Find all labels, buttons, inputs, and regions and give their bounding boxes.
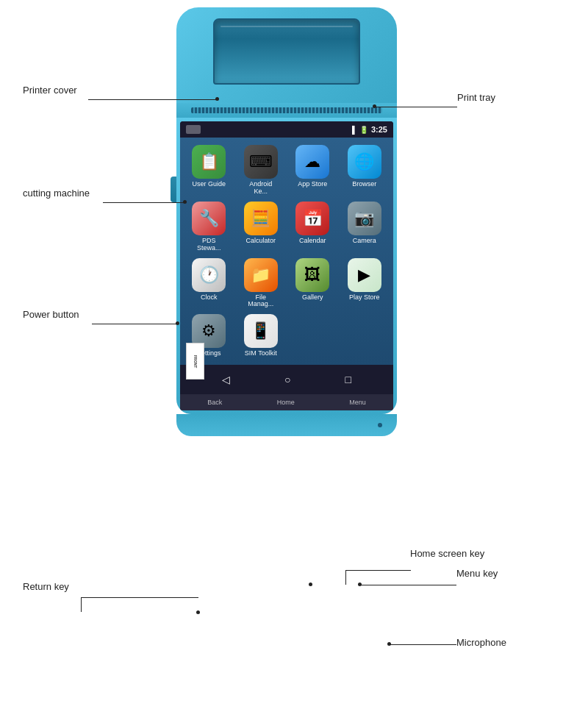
annotation-print-tray: Print tray	[457, 92, 495, 103]
status-bar: ▌ 🔋 3:25	[180, 121, 393, 138]
annotation-power-button: Power button	[23, 309, 79, 320]
annotation-printer-cover: Printer cover	[23, 85, 77, 96]
annotation-menu-key: Menu key	[456, 568, 498, 579]
app-icon-img-file-manager: 📁	[244, 258, 278, 292]
app-icon-label-sim-toolkit: SIM Toolkit	[245, 350, 277, 357]
app-icon-gallery[interactable]: 🖼Gallery	[290, 258, 336, 309]
cutting-machine	[176, 103, 397, 118]
annotation-cutting-machine-dot	[183, 200, 187, 204]
app-icon-file-manager[interactable]: 📁File Manag...	[238, 258, 284, 309]
app-icon-img-pds-steward: 🔧	[192, 202, 226, 235]
device-body: ▌ 🔋 3:25 📋User Guide⌨Android Ke...☁App S…	[176, 118, 397, 414]
app-icon-img-calculator: 🧮	[244, 202, 278, 235]
app-icon-user-guide[interactable]: 📋User Guide	[186, 145, 232, 196]
status-icons-group: ▌ 🔋	[352, 126, 368, 134]
app-icon-label-app-store: App Store	[298, 181, 327, 188]
app-icon-img-user-guide: 📋	[192, 145, 226, 179]
app-icon-browser[interactable]: 🌐Browser	[342, 145, 388, 196]
app-icon-label-clock: Clock	[201, 294, 218, 302]
app-icon-label-gallery: Gallery	[302, 294, 323, 302]
app-icon-pds-steward[interactable]: 🔧PDS Stewa...	[186, 202, 232, 252]
device-bottom	[176, 414, 397, 436]
app-icon-img-sim-toolkit: 📱	[244, 314, 278, 348]
app-icon-app-store[interactable]: ☁App Store	[290, 145, 336, 196]
microphone-dot	[378, 423, 382, 427]
app-icon-play-store[interactable]: ▶Play Store	[342, 258, 388, 309]
app-icon-label-user-guide: User Guide	[192, 181, 226, 188]
annotation-return-key-line-h	[81, 597, 198, 598]
app-icon-label-browser: Browser	[352, 181, 376, 188]
app-icon-android-keyboard[interactable]: ⌨Android Ke...	[238, 145, 284, 196]
annotation-power-button-line-h	[92, 324, 176, 324]
app-icon-sim-toolkit[interactable]: 📱SIM Toolkit	[238, 314, 284, 357]
app-icon-img-gallery: 🖼	[295, 258, 329, 292]
printer-cover	[213, 18, 360, 85]
annotation-home-screen-key: Home screen key	[410, 548, 484, 559]
annotation-home-screen-key-dot	[309, 583, 312, 586]
app-icon-camera[interactable]: 📷Camera	[342, 202, 388, 252]
back-nav-icon[interactable]: ◁	[222, 374, 230, 385]
annotation-print-tray-dot	[373, 104, 376, 108]
app-icon-label-calendar: Calendar	[299, 238, 326, 245]
app-icon-img-camera: 📷	[348, 202, 381, 235]
app-icon-img-calendar: 📅	[295, 202, 329, 235]
annotation-cutting-machine: cutting machine	[23, 188, 90, 199]
app-icon-label-calculator: Calculator	[245, 238, 276, 245]
app-icon-calculator[interactable]: 🧮Calculator	[238, 202, 284, 252]
power-button[interactable]	[171, 177, 176, 202]
screen: ▌ 🔋 3:25 📋User Guide⌨Android Ke...☁App S…	[180, 121, 393, 410]
annotation-menu-key-dot	[358, 583, 362, 586]
annotation-microphone: Microphone	[456, 637, 506, 648]
app-icon-label-play-store: Play Store	[349, 294, 380, 302]
cutting-strip	[191, 107, 382, 113]
app-icon-calendar[interactable]: 📅Calendar	[290, 202, 336, 252]
app-icon-img-app-store: ☁	[295, 145, 329, 179]
status-right-group: ▌ 🔋 3:25	[352, 125, 387, 134]
home-nav-icon[interactable]: ○	[284, 374, 290, 385]
annotation-cutting-machine-line-h	[103, 202, 184, 203]
navigation-bar: ◁ ○ □	[180, 365, 393, 394]
app-icon-img-play-store: ▶	[348, 258, 381, 292]
annotation-menu-key-line-h	[360, 585, 456, 585]
status-left-icon	[186, 125, 201, 134]
annotation-return-key: Return key	[23, 581, 69, 592]
app-icon-clock[interactable]: 🕐Clock	[186, 258, 232, 309]
app-icon-label-file-manager: File Manag...	[243, 294, 279, 309]
app-grid: 📋User Guide⌨Android Ke...☁App Store🌐Brow…	[180, 138, 393, 365]
home-label: Home	[277, 399, 295, 406]
app-icon-img-clock: 🕐	[192, 258, 226, 292]
printer-top	[176, 7, 397, 103]
annotation-microphone-line-h	[390, 644, 456, 645]
front-sticker: FRONT	[186, 343, 204, 380]
annotation-return-key-line-v	[81, 597, 82, 612]
app-icon-img-browser: 🌐	[348, 145, 381, 179]
annotation-printer-cover-line-h	[88, 99, 217, 100]
back-label: Back	[207, 399, 222, 406]
app-icon-label-camera: Camera	[353, 238, 376, 245]
menu-nav-icon[interactable]: □	[345, 374, 351, 385]
annotation-power-button-dot	[176, 321, 179, 325]
annotation-printer-cover-dot	[215, 97, 219, 101]
menu-label: Menu	[349, 399, 366, 406]
app-icon-label-pds-steward: PDS Stewa...	[190, 238, 227, 252]
app-icon-img-android-keyboard: ⌨	[244, 145, 278, 179]
battery-icon: 🔋	[359, 126, 368, 134]
annotation-microphone-dot	[387, 642, 391, 646]
annotation-home-screen-key-line-v	[345, 570, 346, 585]
annotation-home-screen-key-line-h	[345, 570, 411, 571]
signal-icon: ▌	[352, 126, 357, 134]
annotation-print-tray-line-h	[375, 107, 457, 107]
device-illustration: ▌ 🔋 3:25 📋User Guide⌨Android Ke...☁App S…	[176, 7, 412, 436]
label-bar: Back Home Menu	[180, 394, 393, 410]
status-time: 3:25	[371, 125, 387, 134]
annotation-return-key-dot	[196, 610, 200, 614]
app-icon-label-android-keyboard: Android Ke...	[243, 181, 279, 196]
